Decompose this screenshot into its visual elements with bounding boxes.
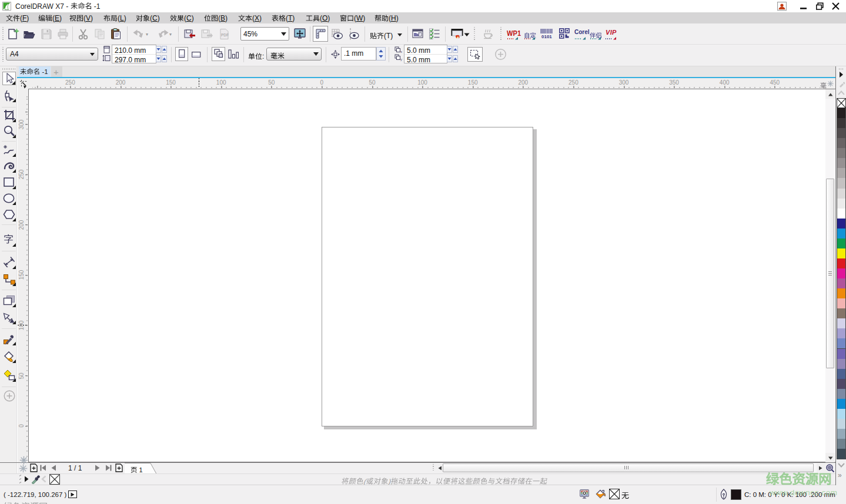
svg-text:y: y bbox=[400, 58, 402, 61]
svg-text:PDF: PDF bbox=[221, 33, 229, 37]
svg-text:0101: 0101 bbox=[541, 34, 552, 39]
svg-text:x: x bbox=[400, 50, 402, 53]
